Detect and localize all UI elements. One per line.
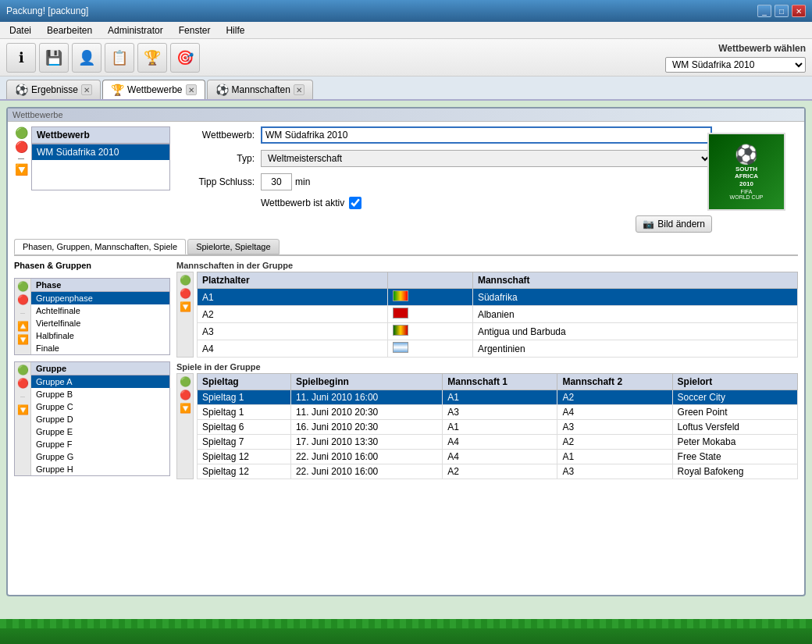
- phasen-down-icon[interactable]: 🔽: [16, 333, 29, 346]
- gruppen-item-b[interactable]: Gruppe B: [31, 388, 169, 400]
- phasen-item-halbfinale[interactable]: Halbfinale: [31, 329, 169, 342]
- wettbewerb-form-area: Wettbewerb: Typ: Weltmeisterschaft Tipp …: [176, 126, 798, 233]
- table-row[interactable]: Spieltag 1 11. Juni 2010 16:00 A1 A2 Soc…: [198, 390, 798, 405]
- sub-tab-spielorte[interactable]: Spielorte, Spieltage: [187, 239, 279, 254]
- gruppen-down-icon[interactable]: 🔽: [16, 404, 29, 416]
- gruppen-item-c[interactable]: Gruppe C: [31, 400, 169, 413]
- tab-ergebnisse-label: Ergebnisse: [31, 84, 78, 95]
- toolbar-trophy-button[interactable]: 🏆: [137, 43, 167, 73]
- menubar: Datei Bearbeiten Administrator Fenster H…: [0, 22, 812, 39]
- table-row[interactable]: Spieltag 12 22. Juni 2010 16:00 A4 A1 Fr…: [198, 450, 798, 464]
- cell-m2: A3: [557, 420, 672, 435]
- phasen-add-icon[interactable]: 🟢: [16, 280, 29, 293]
- phasen-up-icon[interactable]: 🔼: [16, 320, 29, 333]
- table-row[interactable]: A1 Südafrika: [198, 289, 798, 306]
- form-checkbox-aktiv[interactable]: [349, 197, 361, 209]
- list-remove-icon[interactable]: 🔴: [14, 141, 28, 153]
- cell-mannschaft: Albanien: [472, 306, 797, 323]
- list-add-icon[interactable]: 🟢: [14, 126, 28, 139]
- spiele-table: Spieltag Spielbeginn Mannschaft 1 Mannsc…: [197, 373, 798, 479]
- toolbar-user-button[interactable]: 👤: [72, 43, 102, 73]
- gruppen-add-icon[interactable]: 🟢: [16, 364, 29, 376]
- cell-ort: Loftus Versfeld: [672, 420, 797, 435]
- gruppen-item-e[interactable]: Gruppe E: [31, 425, 169, 438]
- wettbewerbe-panel-title: Wettbewerbe: [8, 109, 804, 122]
- tab-ergebnisse[interactable]: ⚽ Ergebnisse ✕: [6, 80, 101, 99]
- menu-fenster[interactable]: Fenster: [176, 23, 214, 37]
- minimize-button[interactable]: _: [757, 5, 771, 17]
- tab-mannschaften-label: Mannschaften: [232, 84, 290, 95]
- gruppen-inner: 🟢 🔴 — 🔽 Gruppe Gruppe A Gruppe B Gruppe …: [15, 362, 169, 475]
- tab-mannschaften-close[interactable]: ✕: [294, 84, 304, 95]
- cell-beginn: 16. Juni 2010 20:30: [290, 420, 442, 435]
- form-row-tipp: Tipp Schluss: min: [176, 173, 712, 190]
- table-row[interactable]: Spieltag 7 17. Juni 2010 13:30 A4 A2 Pet…: [198, 435, 798, 450]
- gruppen-item-g[interactable]: Gruppe G: [31, 450, 169, 463]
- spiele-add-icon[interactable]: 🟢: [179, 375, 191, 388]
- phasen-item-achtelfinale[interactable]: Achtelfinale: [31, 304, 169, 317]
- phasen-inner: 🟢 🔴 — 🔼 🔽 Phase Gruppenphase Achtelfinal…: [15, 279, 169, 354]
- wettbewerb-list-header: Wettbewerb: [31, 126, 170, 144]
- form-input-time[interactable]: [261, 173, 292, 190]
- gruppen-list: Gruppe Gruppe A Gruppe B Gruppe C Gruppe…: [31, 362, 169, 475]
- cell-m1: A1: [443, 420, 557, 435]
- list-side-icons: 🟢 🔴 — 🔽: [14, 126, 28, 190]
- cell-ort: Royal Bafokeng: [672, 464, 797, 479]
- wettbewerb-list-item[interactable]: WM Südafrika 2010: [32, 144, 169, 160]
- form-row-typ: Typ: Weltmeisterschaft: [176, 150, 712, 167]
- table-row[interactable]: A2 Albanien: [198, 306, 798, 323]
- toolbar-clipboard-button[interactable]: 📋: [105, 43, 134, 73]
- menu-administrator[interactable]: Administrator: [105, 23, 166, 37]
- wettbewerb-select-label: Wettbewerb wählen: [718, 43, 806, 54]
- gruppen-item-d[interactable]: Gruppe D: [31, 413, 169, 425]
- tab-wettbewerbe-close[interactable]: ✕: [186, 84, 197, 95]
- gruppen-remove-icon[interactable]: 🔴: [16, 377, 29, 390]
- wettbewerb-select-dropdown[interactable]: WM Südafrika 2010: [665, 57, 806, 73]
- tab-wettbewerbe[interactable]: 🏆 Wettbewerbe ✕: [102, 80, 205, 99]
- list-down-icon[interactable]: 🔽: [14, 163, 28, 176]
- cell-ort: Free State: [672, 450, 797, 464]
- wettbewerb-list-area: 🟢 🔴 — 🔽 Wettbewerb WM Südafrika 2010: [14, 126, 170, 233]
- toolbar-target-button[interactable]: 🎯: [170, 43, 200, 73]
- table-row[interactable]: Spieltag 12 22. Juni 2010 16:00 A2 A3 Ro…: [198, 464, 798, 479]
- table-row[interactable]: A4 Argentinien: [198, 340, 798, 358]
- table-row[interactable]: Spieltag 6 16. Juni 2010 20:30 A1 A3 Lof…: [198, 420, 798, 435]
- cell-platzhalter: A4: [198, 340, 388, 358]
- phasen-remove-icon[interactable]: 🔴: [16, 294, 29, 306]
- sub-tabs: Phasen, Gruppen, Mannschaften, Spiele Sp…: [14, 239, 798, 256]
- form-aktiv-label: Wettbewerb ist aktiv: [261, 197, 344, 208]
- menu-datei[interactable]: Datei: [6, 23, 34, 37]
- menu-bearbeiten[interactable]: Bearbeiten: [44, 23, 95, 37]
- tab-ergebnisse-close[interactable]: ✕: [81, 84, 92, 95]
- cell-m1: A2: [443, 464, 557, 479]
- form-select-typ[interactable]: Weltmeisterschaft: [261, 150, 712, 167]
- tab-mannschaften[interactable]: ⚽ Mannschaften ✕: [207, 80, 313, 99]
- spiele-down-icon[interactable]: 🔽: [179, 402, 191, 415]
- toolbar-info-button[interactable]: ℹ: [6, 43, 36, 73]
- toolbar-save-button[interactable]: 💾: [39, 43, 69, 73]
- close-button[interactable]: ✕: [792, 5, 806, 17]
- mannschaften-down-icon[interactable]: 🔽: [179, 301, 191, 313]
- maximize-button[interactable]: □: [775, 5, 789, 17]
- phasen-item-gruppenphase[interactable]: Gruppenphase: [31, 292, 169, 304]
- mannschaften-add-icon[interactable]: 🟢: [179, 274, 191, 286]
- phasen-item-finale[interactable]: Finale: [31, 342, 169, 354]
- cell-m2: A2: [557, 390, 672, 405]
- cell-spieltag: Spieltag 6: [198, 420, 291, 435]
- cell-m2: A2: [557, 435, 672, 450]
- table-row[interactable]: A3 Antigua und Barbuda: [198, 323, 798, 340]
- cell-spieltag: Spieltag 12: [198, 450, 291, 464]
- spiele-remove-icon[interactable]: 🔴: [179, 389, 191, 401]
- mannschaften-remove-icon[interactable]: 🔴: [179, 287, 191, 300]
- cell-flag: [387, 323, 472, 340]
- table-row[interactable]: Spieltag 1 11. Juni 2010 20:30 A3 A4 Gre…: [198, 405, 798, 420]
- gruppen-item-h[interactable]: Gruppe H: [31, 463, 169, 475]
- form-input-wettbewerb[interactable]: [261, 126, 712, 144]
- gruppen-item-f[interactable]: Gruppe F: [31, 438, 169, 450]
- mannschaften-table: Platzhalter Mannschaft A1 Südafrika: [197, 272, 798, 358]
- phasen-item-viertelfinale[interactable]: Viertelfinale: [31, 317, 169, 329]
- sub-tab-phasen[interactable]: Phasen, Gruppen, Mannschaften, Spiele: [14, 239, 186, 254]
- gruppen-item-a[interactable]: Gruppe A: [31, 375, 169, 388]
- menu-hilfe[interactable]: Hilfe: [223, 23, 248, 37]
- bild-aendern-button[interactable]: 📷 Bild ändern: [636, 215, 712, 233]
